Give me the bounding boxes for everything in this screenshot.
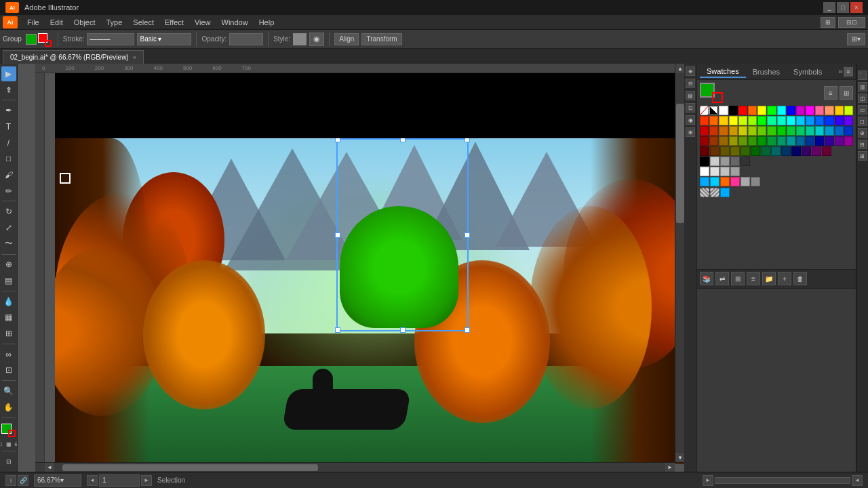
sw-006633[interactable]: [761, 146, 770, 156]
sw-33cc00[interactable]: [767, 126, 776, 136]
transform-button[interactable]: Transform: [361, 33, 401, 45]
fr-btn-gradient[interactable]: ◫: [858, 94, 867, 103]
zoom-level[interactable]: 66.67%▾: [34, 474, 81, 487]
sw-660000[interactable]: [700, 146, 709, 156]
sw-00ff00[interactable]: [757, 116, 766, 125]
sw-cc0000[interactable]: [700, 126, 709, 136]
type-tool[interactable]: T: [1, 119, 16, 134]
align-button[interactable]: Align: [334, 33, 359, 45]
sw-003366[interactable]: [781, 146, 791, 156]
sw-009933[interactable]: [767, 136, 776, 146]
stroke-color-box[interactable]: [712, 92, 723, 103]
menu-help[interactable]: Help: [254, 17, 280, 28]
icon-strip-btn-3[interactable]: ▤: [686, 91, 695, 100]
hand-tool[interactable]: ✋: [1, 400, 16, 415]
panel-delete-swatch[interactable]: 🗑: [793, 272, 807, 285]
tab-close-button[interactable]: ×: [133, 54, 136, 61]
swatch-gold[interactable]: [835, 106, 844, 115]
selection-tool[interactable]: ▶: [1, 66, 16, 81]
icon-strip-btn-4[interactable]: ⊡: [686, 103, 695, 113]
sw-996600[interactable]: [719, 136, 728, 146]
sw-ff6600[interactable]: [709, 116, 718, 125]
sw-ffcc00[interactable]: [719, 116, 728, 125]
vscroll-down[interactable]: ▼: [675, 453, 684, 462]
sw-ccff00[interactable]: [738, 116, 747, 125]
sw-cc6600[interactable]: [719, 126, 728, 136]
sw-0099ff[interactable]: [806, 116, 814, 125]
sw-e0e0e0[interactable]: [710, 167, 719, 176]
sw-99ff00[interactable]: [748, 116, 757, 125]
sw-993300[interactable]: [709, 136, 718, 146]
zoom-tool[interactable]: 🔍: [1, 384, 16, 399]
sw-black-2[interactable]: [700, 157, 709, 166]
panel-toggle-button[interactable]: ⊞▾: [847, 33, 865, 45]
menu-edit[interactable]: Edit: [45, 17, 68, 28]
sw-663300[interactable]: [710, 146, 719, 156]
swatch-fuchsia[interactable]: [806, 106, 814, 115]
sw-00aaff[interactable]: [700, 177, 709, 186]
sw-888888[interactable]: [751, 177, 760, 186]
swatch-black[interactable]: [729, 106, 738, 115]
mesh-tool[interactable]: ⊞: [1, 326, 16, 341]
mode-button[interactable]: ⊞: [821, 17, 835, 28]
sw-00cc00[interactable]: [777, 126, 786, 136]
sw-6600ff[interactable]: [844, 116, 853, 125]
sw-00ff99[interactable]: [767, 116, 776, 125]
sw-330066[interactable]: [802, 146, 811, 156]
sw-00ccff-2[interactable]: [710, 177, 719, 186]
swatch-green[interactable]: [767, 106, 776, 115]
icon-strip-btn-6[interactable]: ⊞: [686, 127, 695, 137]
menu-window[interactable]: Window: [216, 17, 254, 28]
opacity-icon[interactable]: ◉: [309, 33, 324, 46]
sw-00aaff-2[interactable]: [720, 188, 730, 197]
swatch-magenta[interactable]: [796, 106, 805, 115]
sw-pattern-1[interactable]: [700, 188, 709, 197]
sw-00cc33[interactable]: [787, 126, 795, 136]
sw-006666[interactable]: [771, 146, 781, 156]
workspace-selector[interactable]: ⊟⊡: [838, 17, 865, 28]
menu-type[interactable]: Type: [101, 17, 128, 28]
menu-view[interactable]: View: [189, 17, 216, 28]
sw-660099[interactable]: [835, 136, 844, 146]
sw-665500[interactable]: [720, 146, 730, 156]
sw-003399[interactable]: [806, 136, 814, 146]
sw-cc3300[interactable]: [709, 126, 718, 136]
panel-options-button[interactable]: ≡: [844, 67, 853, 77]
sw-c0c0c0[interactable]: [720, 167, 730, 176]
artboard-next-button[interactable]: ►: [141, 475, 152, 486]
status-info-button[interactable]: i: [5, 475, 16, 486]
rect-tool[interactable]: □: [1, 151, 16, 166]
sw-006699[interactable]: [796, 136, 805, 146]
menu-select[interactable]: Select: [127, 17, 159, 28]
hscroll-right[interactable]: ►: [665, 463, 675, 472]
minimize-button[interactable]: _: [823, 2, 835, 13]
pen-tool[interactable]: ✒: [1, 103, 16, 118]
sw-00ccff[interactable]: [796, 116, 805, 125]
swatch-orange[interactable]: [748, 106, 757, 115]
fill-stroke-indicator[interactable]: [1, 424, 16, 439]
sw-66cc00[interactable]: [757, 126, 766, 136]
line-tool[interactable]: /: [1, 136, 16, 150]
sw-99cc00[interactable]: [748, 126, 757, 136]
sw-999900[interactable]: [729, 136, 738, 146]
eyedropper-tool[interactable]: 💧: [1, 294, 16, 309]
paintbrush-tool[interactable]: 🖌: [1, 167, 16, 182]
status-link-button[interactable]: 🔗: [18, 475, 28, 486]
sw-00cccc[interactable]: [815, 126, 824, 136]
sw-3300ff[interactable]: [835, 116, 844, 125]
sw-ff3399[interactable]: [730, 177, 740, 186]
artboard-prev-button[interactable]: ◄: [87, 475, 98, 486]
sw-00cc99[interactable]: [806, 126, 814, 136]
vertical-scrollbar[interactable]: ▲ ▼: [675, 64, 684, 462]
stroke-type-dropdown[interactable]: Basic▾: [137, 33, 191, 45]
sw-990000[interactable]: [700, 136, 709, 146]
panel-show-kinds[interactable]: ⇄: [715, 272, 729, 285]
play-button[interactable]: ►: [703, 475, 713, 486]
scale-tool[interactable]: ⤢: [1, 220, 16, 235]
vscroll-up[interactable]: ▲: [675, 64, 684, 73]
swatch-cyan[interactable]: [777, 106, 786, 115]
brushes-tab[interactable]: Brushes: [746, 66, 787, 77]
sw-009966[interactable]: [777, 136, 786, 146]
swatch-registration[interactable]: [709, 106, 718, 115]
panel-show-libraries[interactable]: 📚: [700, 272, 713, 285]
